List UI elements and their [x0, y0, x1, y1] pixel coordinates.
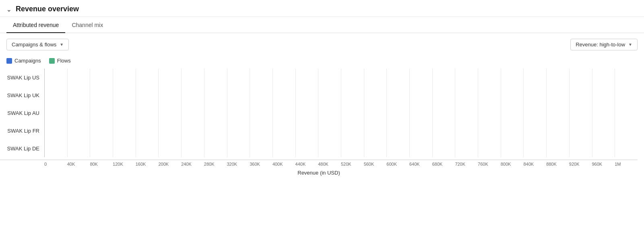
- grid-col: [501, 104, 524, 122]
- grid-col: [136, 69, 159, 86]
- grid-col: [204, 122, 227, 139]
- table-row: SWAK Lip US: [0, 69, 638, 86]
- grid-col: [569, 139, 592, 157]
- grid-col: [67, 122, 90, 139]
- grid-col: [318, 69, 341, 86]
- grid-col: [44, 104, 67, 122]
- grid-col: [227, 86, 250, 104]
- grid-col: [501, 122, 524, 139]
- tab-attributed-revenue[interactable]: Attributed revenue: [6, 17, 65, 33]
- grid-col: [204, 69, 227, 86]
- grid-col: [455, 139, 478, 157]
- x-tick: 920K: [569, 160, 592, 167]
- grid-col: [569, 69, 592, 86]
- tab-channel-mix[interactable]: Channel mix: [65, 17, 109, 33]
- x-tick: 280K: [204, 160, 227, 167]
- grid-col: [615, 69, 638, 86]
- grid-col: [569, 122, 592, 139]
- x-tick: 80K: [90, 160, 113, 167]
- grid-col: [136, 86, 159, 104]
- revenue-overview-panel: ⌃ Revenue overview Attributed revenue Ch…: [0, 0, 644, 178]
- filter-label: Campaigns & flows: [12, 42, 56, 48]
- grid-col: [592, 139, 615, 157]
- grid-col: [386, 86, 409, 104]
- x-tick: 400K: [272, 160, 295, 167]
- bars-area: [44, 122, 638, 139]
- grid-col: [615, 104, 638, 122]
- grid-col: [113, 122, 136, 139]
- grid-col: [615, 139, 638, 157]
- grid-col: [181, 139, 204, 157]
- grid-col: [227, 139, 250, 157]
- x-tick: 600K: [386, 160, 409, 167]
- grid-col: [136, 139, 159, 157]
- grid-overlay: [44, 122, 638, 139]
- grid-col: [181, 104, 204, 122]
- filter-dropdown[interactable]: Campaigns & flows ▼: [6, 39, 69, 50]
- grid-col: [158, 122, 181, 139]
- controls-bar: Campaigns & flows ▼ Revenue: high-to-low…: [0, 33, 644, 56]
- grid-col: [501, 69, 524, 86]
- grid-col: [67, 69, 90, 86]
- sort-label: Revenue: high-to-low: [576, 42, 625, 48]
- y-label: SWAK Lip AU: [0, 110, 44, 116]
- grid-col: [181, 69, 204, 86]
- grid-col: [204, 139, 227, 157]
- x-tick: 40K: [67, 160, 90, 167]
- grid-col: [250, 104, 272, 122]
- grid-col: [90, 86, 113, 104]
- grid-col: [364, 122, 387, 139]
- campaigns-color-swatch: [6, 58, 12, 64]
- x-tick: 120K: [113, 160, 136, 167]
- grid-col: [318, 86, 341, 104]
- grid-col: [386, 139, 409, 157]
- grid-col: [478, 122, 501, 139]
- grid-col: [501, 86, 524, 104]
- collapse-icon[interactable]: ⌃: [6, 5, 12, 13]
- grid-col: [386, 69, 409, 86]
- grid-col: [478, 104, 501, 122]
- grid-overlay: [44, 69, 638, 86]
- grid-col: [409, 139, 432, 157]
- x-tick: 760K: [478, 160, 501, 167]
- grid-col: [432, 139, 455, 157]
- grid-col: [272, 139, 295, 157]
- tab-bar: Attributed revenue Channel mix: [0, 17, 644, 33]
- grid-col: [272, 86, 295, 104]
- sort-dropdown[interactable]: Revenue: high-to-low ▼: [570, 39, 638, 50]
- grid-col: [341, 104, 364, 122]
- grid-col: [523, 139, 546, 157]
- grid-col: [409, 69, 432, 86]
- grid-col: [113, 69, 136, 86]
- legend-flows: Flows: [49, 58, 71, 64]
- grid-col: [592, 122, 615, 139]
- flows-legend-label: Flows: [57, 58, 71, 64]
- grid-col: [227, 104, 250, 122]
- x-tick: 240K: [181, 160, 204, 167]
- bars-area: [44, 69, 638, 86]
- x-tick: 440K: [295, 160, 318, 167]
- grid-col: [90, 122, 113, 139]
- grid-col: [295, 104, 318, 122]
- grid-col: [113, 139, 136, 157]
- grid-col: [364, 104, 387, 122]
- grid-col: [386, 104, 409, 122]
- x-tick: 1M: [615, 160, 638, 167]
- grid-col: [432, 69, 455, 86]
- x-tick: 360K: [250, 160, 272, 167]
- grid-col: [455, 104, 478, 122]
- grid-col: [250, 69, 272, 86]
- grid-col: [44, 86, 67, 104]
- grid-col: [318, 139, 341, 157]
- x-tick: 800K: [501, 160, 524, 167]
- grid-col: [341, 122, 364, 139]
- sort-dropdown-arrow: ▼: [628, 42, 632, 47]
- x-tick: 480K: [318, 160, 341, 167]
- grid-col: [158, 104, 181, 122]
- grid-col: [523, 104, 546, 122]
- grid-col: [250, 122, 272, 139]
- grid-col: [432, 104, 455, 122]
- grid-col: [546, 69, 569, 86]
- bars-area: [44, 104, 638, 122]
- legend-campaigns: Campaigns: [6, 58, 41, 64]
